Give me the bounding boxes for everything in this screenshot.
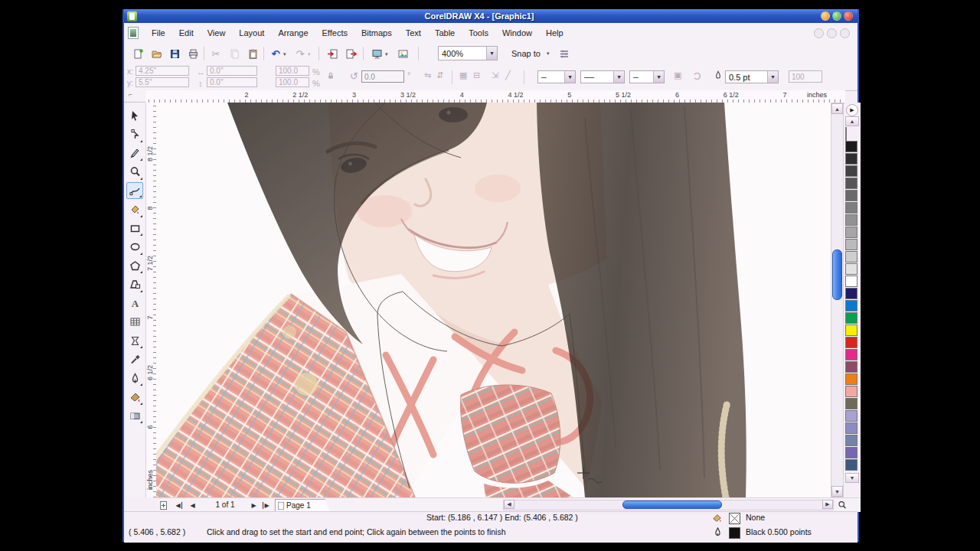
close-button[interactable] — [844, 11, 853, 21]
redo-dropdown-icon[interactable]: ▾ — [308, 51, 311, 57]
navigator-zoom-icon[interactable] — [836, 500, 848, 510]
palette-swatch[interactable] — [845, 349, 858, 360]
palette-swatch[interactable] — [845, 447, 858, 458]
last-page-icon[interactable]: ▶ — [260, 500, 272, 510]
menu-window[interactable]: Window — [495, 26, 539, 40]
application-launcher-icon[interactable] — [369, 46, 384, 61]
rectangle-tool[interactable] — [126, 220, 143, 236]
page-tab[interactable]: Page 1 — [275, 499, 325, 511]
palette-swatch[interactable] — [845, 227, 858, 238]
outline-width-combo[interactable]: 0.5 pt▼ — [725, 70, 779, 83]
copy-icon[interactable] — [227, 46, 242, 61]
palette-swatch[interactable] — [845, 190, 858, 201]
palette-swatch[interactable] — [845, 141, 858, 152]
eyedropper-tool[interactable] — [126, 351, 143, 368]
menu-edit[interactable]: Edit — [172, 26, 201, 40]
blend-tool[interactable] — [126, 332, 143, 349]
snap-to-dropdown-icon[interactable]: ▾ — [547, 51, 550, 57]
previous-page-icon[interactable]: ◀ — [187, 500, 198, 510]
polygon-tool[interactable] — [126, 257, 143, 274]
menu-layout[interactable]: Layout — [232, 26, 271, 40]
undo-icon[interactable]: ↶ — [268, 46, 283, 61]
node-reduce-icon[interactable]: ⊟ — [473, 70, 480, 80]
menu-tools[interactable]: Tools — [462, 26, 495, 40]
object-width-field[interactable]: 0.0" — [207, 66, 257, 76]
undo-dropdown-icon[interactable]: ▾ — [283, 51, 286, 57]
menu-view[interactable]: View — [201, 26, 233, 40]
table-tool[interactable] — [126, 314, 143, 331]
scroll-right-icon[interactable]: ▶ — [822, 500, 833, 509]
doc-minimize-button[interactable] — [814, 28, 824, 38]
zoom-level-combo[interactable]: 400%▼ — [438, 46, 498, 60]
import-icon[interactable] — [325, 46, 340, 61]
outline-style-combo[interactable]: ——▼ — [580, 70, 625, 83]
crop-tool[interactable] — [126, 145, 143, 161]
ellipse-tool[interactable] — [126, 239, 143, 256]
outline-tool[interactable] — [126, 370, 143, 386]
horizontal-scroll-thumb[interactable] — [622, 500, 722, 509]
palette-swatch[interactable] — [845, 178, 858, 189]
palette-swatch[interactable] — [845, 435, 858, 446]
rotation-angle-field[interactable]: 0.0 — [361, 70, 404, 83]
maximize-button[interactable] — [832, 11, 841, 21]
palette-swatch[interactable] — [845, 288, 858, 299]
doc-restore-button[interactable] — [827, 28, 837, 38]
palette-flyout-icon[interactable]: ▶ — [846, 104, 858, 116]
palette-swatch[interactable] — [845, 337, 858, 348]
paste-icon[interactable] — [245, 46, 260, 61]
palette-swatch[interactable] — [845, 153, 858, 165]
mirror-horizontal-icon[interactable]: ⇋ — [424, 70, 431, 80]
launcher-dropdown-icon[interactable]: ▾ — [385, 51, 388, 57]
palette-swatch[interactable] — [845, 324, 858, 336]
welcome-screen-icon[interactable] — [395, 46, 410, 61]
palette-swatch[interactable] — [845, 398, 858, 409]
palette-swatch[interactable] — [845, 361, 858, 373]
palette-swatch[interactable] — [845, 410, 858, 422]
menu-table[interactable]: Table — [428, 26, 462, 40]
zoom-tool[interactable] — [126, 164, 143, 181]
scroll-down-icon[interactable]: ▼ — [831, 486, 843, 497]
vertical-scroll-thumb[interactable] — [832, 249, 842, 300]
minimize-button[interactable] — [821, 11, 830, 21]
snap-to-label[interactable]: Snap to — [511, 49, 541, 58]
open-icon[interactable] — [149, 46, 164, 61]
redo-icon[interactable]: ↷ — [292, 46, 308, 61]
node-align-icon[interactable]: ▦ — [459, 70, 467, 80]
scroll-left-icon[interactable]: ◀ — [504, 500, 514, 509]
new-icon[interactable] — [130, 46, 145, 61]
mirror-vertical-icon[interactable]: ⇵ — [436, 70, 443, 80]
start-arrowhead-combo[interactable]: –▼ — [537, 70, 576, 83]
add-page-icon[interactable] — [158, 500, 169, 510]
first-page-icon[interactable]: ◀ — [173, 500, 185, 510]
cut-icon[interactable]: ✂ — [208, 46, 224, 61]
print-icon[interactable] — [185, 46, 201, 61]
vertical-scrollbar[interactable]: ▲ ▼ — [831, 103, 844, 497]
palette-swatch[interactable] — [845, 422, 858, 434]
menu-effects[interactable]: Effects — [315, 26, 354, 40]
menu-arrange[interactable]: Arrange — [271, 26, 315, 40]
palette-swatch[interactable] — [845, 312, 858, 324]
palette-swatch[interactable] — [845, 373, 858, 385]
scale-h-field[interactable]: 100.0 — [276, 66, 309, 76]
palette-swatch[interactable] — [845, 251, 858, 262]
palette-swatch[interactable] — [845, 202, 858, 214]
scale-v-field[interactable]: 100.0 — [276, 77, 309, 87]
palette-swatch[interactable] — [845, 165, 858, 177]
lock-ratio-icon[interactable] — [326, 71, 335, 82]
text-tool[interactable]: A — [126, 295, 143, 311]
shape-tool[interactable] — [126, 126, 143, 143]
interactive-fill-tool[interactable] — [126, 407, 143, 424]
doc-close-button[interactable] — [840, 28, 850, 38]
pick-tool[interactable] — [126, 107, 143, 124]
menu-file[interactable]: File — [145, 26, 172, 40]
horizontal-ruler[interactable]: inches 22 1/233 1/244 1/255 1/266 1/27 — [145, 90, 845, 103]
basic-shapes-tool[interactable] — [126, 276, 143, 293]
drawing-canvas[interactable] — [156, 103, 831, 497]
save-icon[interactable] — [167, 46, 182, 61]
next-page-icon[interactable]: ▶ — [248, 500, 260, 510]
fill-tool[interactable] — [126, 389, 143, 406]
palette-swatch[interactable] — [845, 300, 858, 311]
smooth-curve-icon[interactable]: Ͻ — [694, 70, 701, 82]
horizontal-scrollbar[interactable]: ◀ ▶ — [503, 500, 834, 510]
menu-help[interactable]: Help — [539, 26, 570, 40]
